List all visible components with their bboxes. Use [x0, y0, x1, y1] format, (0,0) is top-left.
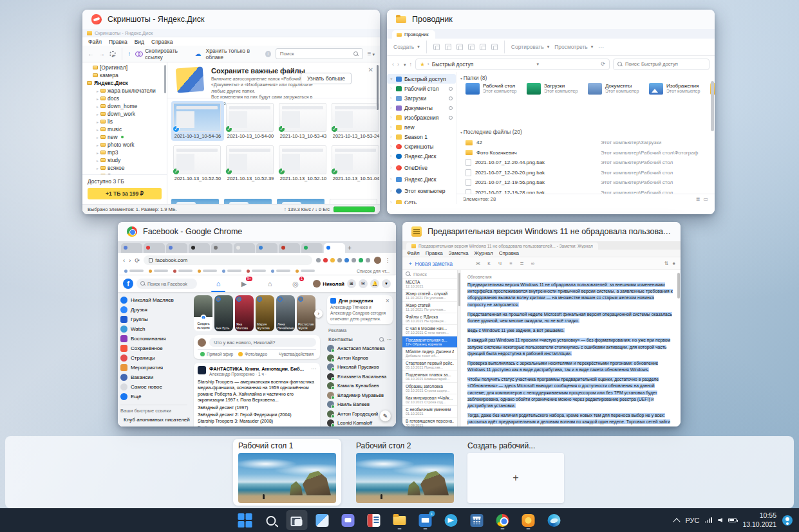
info-icon[interactable]: i: [265, 51, 271, 57]
facebook-search[interactable]: Поиск на Facebook: [136, 279, 197, 289]
file-thumbnail[interactable]: [277, 199, 324, 204]
section-recent[interactable]: Последние файлы (20): [460, 129, 522, 135]
post-group-name[interactable]: ФАНТАСТИКА. Книги. Аннотации. Биб...: [209, 366, 304, 372]
nav-item[interactable]: Яндекс.Диск: [387, 151, 456, 161]
left-nav-item[interactable]: Ещё: [120, 392, 187, 401]
window-notes-titlebar[interactable]: Предварительная версия Windows 11 не обр…: [402, 222, 681, 241]
window-yandex-disk-titlebar[interactable]: Скриншоты - Яндекс.Диск: [82, 10, 380, 29]
search-button[interactable]: [260, 510, 281, 530]
browser-tab[interactable]: [279, 243, 300, 253]
folder-tile[interactable]: Изображения Этот компьютер: [649, 83, 710, 95]
facebook-logo[interactable]: f: [123, 279, 133, 289]
close-banner-icon[interactable]: ✕: [368, 66, 373, 73]
forward-icon[interactable]: ›: [129, 257, 131, 264]
bookmark-item[interactable]: [124, 270, 144, 273]
contact-row[interactable]: Николай Прусаков: [327, 362, 393, 372]
desktop-1[interactable]: Рабочий стол 1: [233, 439, 341, 506]
story-card[interactable]: Аня Буль: [214, 295, 233, 331]
menu-item[interactable]: Заметка: [449, 250, 469, 256]
note-list-item[interactable]: Как мигрировал «Чайк... 02.10.2021 Строк…: [402, 394, 457, 406]
tree-item[interactable]: камера: [82, 71, 167, 79]
note-list-item[interactable]: Жанр статей 11.10.2021 По улочкам...: [402, 302, 457, 313]
folder-tile[interactable]: Рабочий стол Этот компьютер: [465, 83, 527, 95]
forward-icon[interactable]: →: [99, 50, 105, 57]
notes-search[interactable]: Поиск: [402, 270, 457, 279]
breadcrumb[interactable]: ★ › Быстрый доступ ⟳: [415, 59, 610, 70]
composer-action[interactable]: Фото/видео: [238, 352, 267, 356]
note-list-item[interactable]: Стартовал первый рейс... 05.10.2021 Пред…: [402, 360, 457, 371]
menu-item[interactable]: Справка: [499, 250, 519, 256]
clock[interactable]: 10:55 13.10.2021: [742, 511, 776, 528]
menu-grid-icon[interactable]: ⊞: [347, 279, 356, 288]
window-explorer[interactable]: Проводник Проводник Создать Сортировать: [387, 10, 715, 214]
bookmark-item[interactable]: [296, 270, 315, 273]
left-nav-item[interactable]: Вакансии: [120, 372, 187, 382]
search-icon[interactable]: [379, 337, 384, 342]
composer-input[interactable]: Что у вас нового, Николай?: [209, 338, 316, 347]
back-icon[interactable]: ←: [88, 50, 94, 57]
refresh-icon[interactable]: ⟳: [601, 61, 605, 67]
chat-button[interactable]: [337, 510, 359, 530]
nav-item[interactable]: OneDrive: [387, 163, 456, 172]
cloud-only-button[interactable]: Хранить только в облаке: [206, 48, 261, 60]
nav-item[interactable]: Быстрый доступ: [387, 74, 456, 84]
window-chrome-titlebar[interactable]: Facebook - Google Chrome: [118, 222, 396, 241]
menu-item[interactable]: Справка: [151, 39, 173, 45]
post-see-more[interactable]: Ещё: [194, 425, 320, 427]
language-indicator[interactable]: РУС: [685, 517, 699, 524]
nav-item[interactable]: Этот компьютер: [387, 186, 456, 196]
notes-tab[interactable]: Предварительная версия Windows 11 не обр…: [406, 243, 598, 250]
file-thumbnail[interactable]: ✓ 2021-10-13_10-52-50: [171, 143, 224, 183]
office-app-button[interactable]: [363, 510, 384, 530]
recent-locations-icon[interactable]: [402, 61, 406, 68]
menu-item[interactable]: Файл: [88, 39, 102, 45]
left-nav-item[interactable]: Мероприятия: [120, 363, 187, 372]
bookmark-item[interactable]: [222, 270, 241, 273]
paste-icon[interactable]: [456, 44, 463, 50]
notifications-icon[interactable]: 🔔: [370, 279, 379, 288]
tree-item[interactable]: всякое: [82, 164, 167, 172]
file-row[interactable]: 42 Этот компьютер\Загрузки: [465, 138, 706, 148]
calculator-button[interactable]: [466, 510, 487, 530]
stories-next-icon[interactable]: ›: [314, 309, 323, 318]
post-options-icon[interactable]: ⋯: [311, 366, 316, 376]
file-explorer-button[interactable]: [389, 510, 410, 530]
large-icons-view-icon[interactable]: ▭: [703, 196, 708, 202]
chrome-button[interactable]: [492, 510, 513, 530]
tree-item[interactable]: down_home: [82, 102, 167, 110]
telegram-button[interactable]: [440, 510, 462, 530]
bookmark-item[interactable]: [198, 270, 217, 273]
upload-icon[interactable]: ↑: [127, 50, 131, 57]
mail-app-button[interactable]: 1: [415, 510, 436, 530]
task-view-button[interactable]: [286, 510, 307, 530]
tree-item[interactable]: new: [82, 133, 167, 141]
browser-tab[interactable]: [211, 243, 232, 253]
reading-list[interactable]: Список для чт...: [357, 269, 390, 273]
browser-tab[interactable]: [166, 243, 187, 253]
note-list-item[interactable]: С чая в Москве нач... 07.10.2021 С него …: [402, 325, 457, 336]
desktop-1-thumbnail[interactable]: [238, 453, 336, 503]
explorer-scrollbar[interactable]: [711, 81, 714, 131]
view-button[interactable]: Просмотреть: [554, 44, 593, 50]
note-list-item[interactable]: Подземных плавок за... 04.10.2021 Коммен…: [402, 371, 457, 383]
file-row[interactable]: 2021-10-07_12-19-56.png.bak Этот компьют…: [465, 178, 706, 188]
create-desktop-button[interactable]: +: [467, 453, 564, 503]
edge-button[interactable]: [543, 510, 565, 530]
browser-tab[interactable]: [234, 243, 255, 253]
tree-item[interactable]: [Оригинал]: [82, 64, 167, 71]
copy-icon[interactable]: [445, 44, 451, 50]
left-nav-item[interactable]: Сохранённое: [120, 344, 187, 353]
tree-item[interactable]: photo work: [82, 141, 167, 149]
note-list-item[interactable]: Файлы с ЯДиска 08.10.2021 Не проверя...: [402, 313, 457, 325]
nav-item[interactable]: Документы: [387, 103, 456, 113]
content-scrollbar[interactable]: [377, 65, 379, 110]
contact-row[interactable]: Анастасия Масляева: [327, 344, 393, 353]
file-thumbnail[interactable]: ✓ 2021-10-13_10-52-10: [277, 143, 330, 183]
section-folders[interactable]: Папки (8): [460, 75, 487, 81]
tree-item[interactable]: mp3: [82, 149, 167, 156]
tree-item[interactable]: study: [82, 156, 167, 164]
nav-item[interactable]: Яндекс.Диск: [387, 174, 456, 184]
left-nav-item[interactable]: Группы: [120, 315, 187, 324]
left-nav-item[interactable]: Страницы: [120, 353, 187, 363]
story-card[interactable]: Лена Нечайкина: [276, 295, 295, 331]
